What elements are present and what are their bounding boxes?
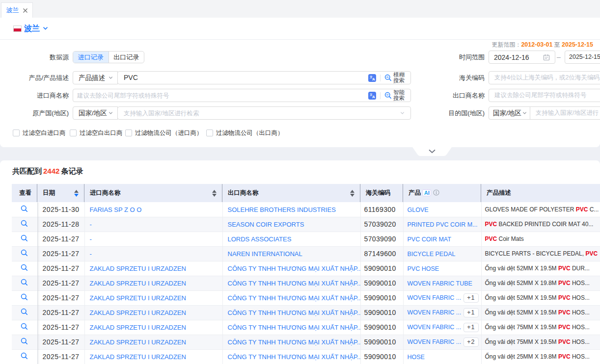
- svg-text:A: A: [372, 77, 375, 81]
- svg-text:A: A: [372, 95, 375, 99]
